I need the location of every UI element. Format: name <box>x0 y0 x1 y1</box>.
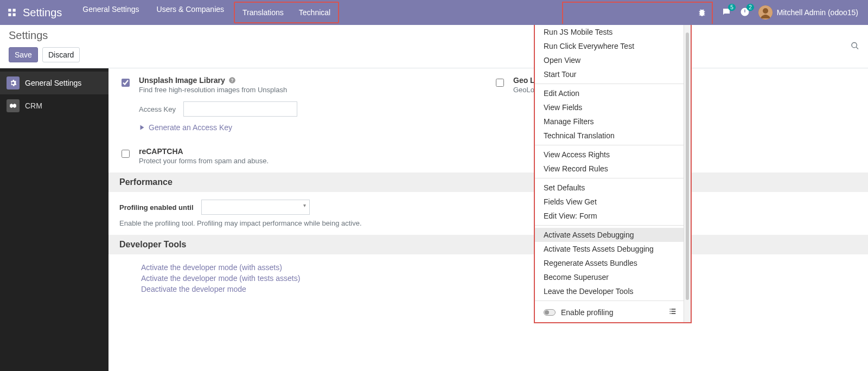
discard-button[interactable]: Discard <box>42 47 80 62</box>
debug-menu-separator <box>535 84 684 84</box>
svg-rect-2 <box>8 14 11 16</box>
apps-icon[interactable] <box>4 5 20 20</box>
debug-menu-item[interactable]: Leave the Developer Tools <box>535 284 684 298</box>
messages-icon[interactable]: 5 <box>722 7 731 18</box>
debug-menu-item[interactable]: Fields View Get <box>535 195 684 209</box>
dev-link-tests[interactable]: Activate the developer mode (with tests … <box>141 273 857 284</box>
activities-icon[interactable]: 2 <box>740 7 750 18</box>
nav-items: General Settings Users & Companies Trans… <box>75 2 339 23</box>
nav-item-technical[interactable]: Technical <box>291 5 338 20</box>
settings-sidebar: General Settings CRM <box>0 68 108 371</box>
debug-menu-separator <box>535 178 684 178</box>
profiling-desc: Enable the profiling tool. Profiling may… <box>119 217 401 227</box>
debug-menu-item[interactable]: Edit Action <box>535 86 684 100</box>
main: General Settings CRM Unsplash Image Libr… <box>0 68 868 371</box>
debug-menu-item[interactable]: Open View <box>535 53 684 67</box>
avatar <box>758 5 773 20</box>
sidebar-item-crm[interactable]: CRM <box>0 94 108 117</box>
section-header-developer: Developer Tools <box>108 235 868 254</box>
debug-menu-item[interactable]: Set Defaults <box>535 181 684 195</box>
unsplash-title: Unsplash Image Library <box>139 76 225 85</box>
sidebar-item-general[interactable]: General Settings <box>0 72 108 94</box>
debug-dropdown: Run JS Mobile TestsRun Click Everywhere … <box>534 25 692 323</box>
breadcrumb: Settings <box>9 29 859 42</box>
debug-menu-separator <box>535 145 684 145</box>
recaptcha-checkbox[interactable] <box>122 150 130 158</box>
section-header-performance: Performance <box>108 172 868 192</box>
generate-access-key-label: Generate an Access Key <box>149 123 232 132</box>
app-title[interactable]: Settings <box>23 7 62 19</box>
recaptcha-title: reCAPTCHA <box>139 147 183 156</box>
debug-menu-item[interactable]: Manage Filters <box>535 114 684 129</box>
debug-menu-item[interactable]: Activate Tests Assets Debugging <box>535 242 684 256</box>
debug-menu-item[interactable]: Run Click Everywhere Test <box>535 39 684 53</box>
access-key-input[interactable] <box>183 101 297 117</box>
svg-text:?: ? <box>231 78 233 83</box>
topbar-right: 5 2 Mitchell Admin (odoo15) <box>562 2 864 24</box>
activities-count: 2 <box>746 4 754 11</box>
debug-menu-item[interactable]: Run JS Mobile Tests <box>535 25 684 39</box>
handshake-icon <box>7 99 20 112</box>
svg-rect-0 <box>8 9 11 11</box>
debug-menu-item[interactable]: Become Superuser <box>535 270 684 284</box>
settings-content: Unsplash Image Library ? Find free high-… <box>108 68 868 371</box>
dev-links: Activate the developer mode (with assets… <box>108 254 868 295</box>
debug-menu-separator <box>535 300 684 301</box>
debug-menu-profiling-row: Enable profiling <box>535 303 684 321</box>
user-menu[interactable]: Mitchell Admin (odoo15) <box>758 5 858 20</box>
nav-item-general[interactable]: General Settings <box>75 2 146 23</box>
scrollbar-thumb[interactable] <box>686 33 689 300</box>
debug-menu-item[interactable]: Technical Translation <box>535 129 684 143</box>
list-icon[interactable] <box>668 307 677 317</box>
sidebar-item-label: General Settings <box>25 79 81 87</box>
debug-menu-item[interactable]: Activate Assets Debugging <box>535 228 684 242</box>
debug-menu-item[interactable]: Start Tour <box>535 67 684 81</box>
dev-link-deactivate[interactable]: Deactivate the developer mode <box>141 284 857 295</box>
nav-highlight-box: Translations Technical <box>234 2 339 23</box>
recaptcha-desc: Protect your forms from spam and abuse. <box>139 157 483 165</box>
search-icon[interactable] <box>851 41 859 52</box>
messages-count: 5 <box>728 4 736 11</box>
unsplash-desc: Find free high-resolution images from Un… <box>139 86 483 94</box>
profiling-toggle-label: Enable profiling <box>561 308 614 317</box>
debug-menu-separator <box>535 225 684 226</box>
unsplash-checkbox[interactable] <box>122 79 130 87</box>
nav-item-users[interactable]: Users & Companies <box>149 2 232 23</box>
sidebar-item-label: CRM <box>25 101 42 110</box>
help-icon[interactable]: ? <box>228 76 236 84</box>
svg-rect-1 <box>13 9 16 11</box>
setting-recaptcha: reCAPTCHA Protect your forms from spam a… <box>119 147 494 165</box>
save-button[interactable]: Save <box>9 47 38 62</box>
debug-dropdown-scrollbar[interactable] <box>684 25 691 322</box>
access-key-label: Access Key <box>139 105 176 113</box>
profiling-date-select[interactable] <box>201 200 310 215</box>
debug-menu-item[interactable]: View Access Rights <box>535 148 684 162</box>
svg-point-5 <box>763 8 768 14</box>
topbar: Settings General Settings Users & Compan… <box>0 0 868 25</box>
nav-item-translations[interactable]: Translations <box>235 5 291 20</box>
gear-icon <box>7 76 20 89</box>
debug-menu-item[interactable]: Edit View: Form <box>535 209 684 223</box>
debug-menu-item[interactable]: Regenerate Assets Bundles <box>535 256 684 270</box>
profiling-toggle[interactable] <box>544 309 556 316</box>
debug-menu-item[interactable]: View Record Rules <box>535 162 684 176</box>
user-name: Mitchell Admin (odoo15) <box>777 8 858 17</box>
profiling-label: Profiling enabled until <box>119 203 194 212</box>
setting-unsplash: Unsplash Image Library ? Find free high-… <box>119 76 494 132</box>
dev-link-assets[interactable]: Activate the developer mode (with assets… <box>141 262 857 273</box>
debug-menu-trigger[interactable] <box>562 2 713 24</box>
svg-rect-3 <box>13 14 16 16</box>
debug-menu-item[interactable]: View Fields <box>535 100 684 114</box>
geo-checkbox[interactable] <box>496 79 504 87</box>
generate-access-key-link[interactable]: Generate an Access Key <box>139 123 483 132</box>
bug-icon <box>698 8 706 18</box>
control-panel: Settings Save Discard <box>0 25 868 68</box>
